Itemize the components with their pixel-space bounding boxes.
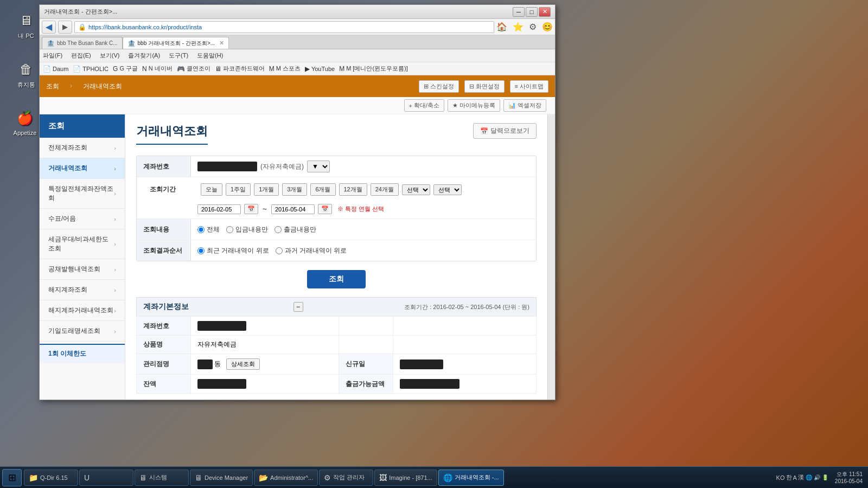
taskbar-u[interactable]: U (79, 470, 133, 486)
sidebar-item-bond[interactable]: 공채발행내역조회 › (40, 259, 125, 280)
taskbar-qdir[interactable]: 📁 Q-Dir 6.15 (24, 470, 78, 486)
sidebar-item-tax[interactable]: 세금우대/비과세한도조회 › (40, 229, 125, 259)
menu-favorites[interactable]: 즐겨찾기(A) (128, 52, 160, 60)
menu-help[interactable]: 도움말(H) (197, 52, 223, 60)
taskbar-time: 오후 11:51 2016-05-04 (832, 471, 866, 485)
sitemap-btn[interactable]: ≡ 사이트맵 (510, 80, 548, 93)
query-button[interactable]: 조회 (307, 270, 366, 288)
period-today[interactable]: 오늘 (201, 183, 222, 196)
fav-cleon[interactable]: 🎮클연조이 (177, 65, 210, 73)
bank-nav-breadcrumb1[interactable]: 조회 (46, 82, 59, 91)
skin-icon: ⊞ (424, 83, 429, 90)
tab2-close-icon[interactable]: ✕ (219, 40, 224, 47)
content-all[interactable]: 전체 (197, 225, 220, 234)
fav-tpholic[interactable]: 📄TPHOLIC (73, 65, 108, 73)
menu-file[interactable]: 파일(F) (43, 52, 62, 60)
my-menu-btn[interactable]: ★ 마이메뉴등록 (448, 99, 500, 112)
bank-nav-breadcrumb2[interactable]: 거래내역조회 (83, 82, 122, 91)
minimize-button[interactable]: ─ (513, 7, 525, 17)
account-select[interactable]: ▼ (307, 160, 330, 172)
gear-icon[interactable]: ⚙ (529, 22, 537, 32)
fav-pakojeon[interactable]: 🖥파코존하드웨어 (215, 65, 265, 73)
tab-1[interactable]: 🏦 bbb The Busan Bank C... (42, 37, 123, 49)
sidebar-item-specific-balance[interactable]: 특정일전체계좌잔액조회 › (40, 179, 125, 209)
date-from-input[interactable] (197, 204, 241, 214)
smiley-icon[interactable]: 😊 (542, 22, 553, 32)
mymenu-icon: ★ (452, 102, 458, 109)
close-button[interactable]: ✕ (539, 7, 551, 17)
period-1month[interactable]: 1개월 (254, 183, 279, 196)
sidebar-item-check[interactable]: 수표/어음 › (40, 209, 125, 229)
sidebar-item-due-date[interactable]: 기일도래명세조회 › (40, 321, 125, 342)
desktop-icon-appetize[interactable]: 🍎 Appetize (9, 108, 41, 136)
content-withdraw-radio[interactable] (275, 226, 282, 233)
sidebar-item-all-accounts[interactable]: 전체계좌조회 › (40, 138, 125, 158)
desktop-icon-trash[interactable]: 🗑 휴지통 (10, 60, 42, 89)
tab-2[interactable]: 🏦 bbb 거래내역조회 - 간편조회>... ✕ (123, 37, 229, 49)
page-title-bar: 거래내역조회 📅 달력으로보기 (125, 114, 547, 156)
taskbar-system[interactable]: 🖥 시스템 (135, 470, 189, 486)
period-12month[interactable]: 12개월 (339, 183, 367, 196)
date-from-calendar[interactable]: 📅 (244, 204, 258, 214)
sidebar-item-closed-history[interactable]: 해지계좌거래내역조회 › (40, 300, 125, 321)
period-select1[interactable]: 선택 (402, 184, 430, 195)
collapse-button[interactable]: − (293, 302, 303, 312)
taskbar-device-manager[interactable]: 🖥 Device Manager (190, 470, 253, 486)
desktop-icon-mypc[interactable]: 🖥 내 PC (10, 11, 42, 40)
content-deposit[interactable]: 입금내용만 (226, 225, 268, 234)
excel-save-btn[interactable]: 📊 엑셀저장 (503, 99, 546, 112)
maximize-button[interactable]: □ (526, 7, 538, 17)
fav-meniaan[interactable]: MM [메니안(윈도우포름)] (339, 65, 408, 73)
taskbar-task-manager[interactable]: ⚙ 작업 관리자 (319, 470, 373, 486)
taskbar-admin[interactable]: 📂 Administrator^... (254, 470, 318, 486)
content-withdraw[interactable]: 출금내용만 (275, 225, 316, 234)
menu-view[interactable]: 보기(V) (100, 52, 120, 60)
screen-setting-btn[interactable]: ⊟ 화면설정 (464, 80, 505, 93)
order-past-radio[interactable] (276, 247, 283, 254)
bank-content: 조회 전체계좌조회 › 거래내역조회 › 특정일전체계좌잔액조회 › 수표/어 (40, 114, 555, 400)
period-select2[interactable]: 선택 (433, 184, 462, 195)
content-all-radio[interactable] (197, 226, 205, 233)
address-bar[interactable]: 🔒 https://ibank.busanbank.co.kr/product/… (74, 21, 494, 33)
star-icon[interactable]: ⭐ (513, 22, 524, 32)
fav-sports[interactable]: MM 스포츠 (269, 65, 301, 73)
sidebar-item-trade-history[interactable]: 거래내역조회 › (40, 158, 125, 179)
detail-view-button[interactable]: 상세조회 (226, 358, 260, 370)
back-button[interactable]: ◀ (42, 21, 56, 34)
home-icon[interactable]: 🏠 (496, 22, 507, 32)
menu-edit[interactable]: 편집(E) (71, 52, 91, 60)
zoom-btn[interactable]: + 확대/축소 (404, 99, 445, 112)
skin-setting-btn[interactable]: ⊞ 스킨설정 (419, 80, 459, 93)
period-3month[interactable]: 3개월 (282, 183, 307, 196)
order-past[interactable]: 과거 거래내역이 위로 (276, 246, 347, 255)
start-button[interactable]: ⊞ (2, 469, 22, 486)
appetize-label: Appetize (14, 130, 37, 136)
fav-google[interactable]: GG 구글 (113, 65, 138, 73)
menu-tools[interactable]: 도구(T) (169, 52, 188, 60)
period-24month[interactable]: 24개월 (371, 183, 399, 196)
date-to-calendar[interactable]: 📅 (318, 204, 332, 214)
scrollbar[interactable] (547, 114, 555, 400)
tab2-label: bbb 거래내역조회 - 간편조회>... (138, 40, 215, 47)
forward-button[interactable]: ▶ (58, 21, 72, 34)
fav-naver[interactable]: NN 네이버 (142, 65, 173, 73)
tpholic-icon: 📄 (73, 65, 81, 73)
period-6month[interactable]: 6개월 (310, 183, 335, 196)
sidebar-transfer-limit[interactable]: 1회 이체한도 (40, 345, 125, 363)
date-to-input[interactable] (271, 204, 315, 214)
order-recent[interactable]: 최근 거래내역이 위로 (197, 246, 269, 255)
imagine-icon: 🖼 (379, 473, 387, 482)
desktop: 🖥 내 PC 🗑 휴지통 🍎 Appetize 거래내역조회 - 간편조회>..… (0, 0, 868, 488)
fav-daum[interactable]: 📄Daum (43, 65, 68, 73)
period-1week[interactable]: 1주일 (226, 183, 251, 196)
lang-indicators: KO 한 A 漢 (776, 473, 804, 481)
taskbar-bank[interactable]: 🌐 거래내역조회 -... (438, 470, 504, 486)
fav-youtube[interactable]: ▶YouTube (305, 65, 335, 73)
taskbar-imagine[interactable]: 🖼 Imagine - [871... (374, 470, 437, 486)
date-view-button[interactable]: 📅 달력으로보기 (473, 123, 537, 139)
content-deposit-radio[interactable] (226, 226, 233, 233)
lock-icon: 🔒 (78, 23, 86, 31)
sidebar-item-closed[interactable]: 해지계좌조회 › (40, 280, 125, 300)
order-recent-radio[interactable] (197, 247, 205, 254)
bank-taskbar-icon: 🌐 (443, 473, 452, 482)
